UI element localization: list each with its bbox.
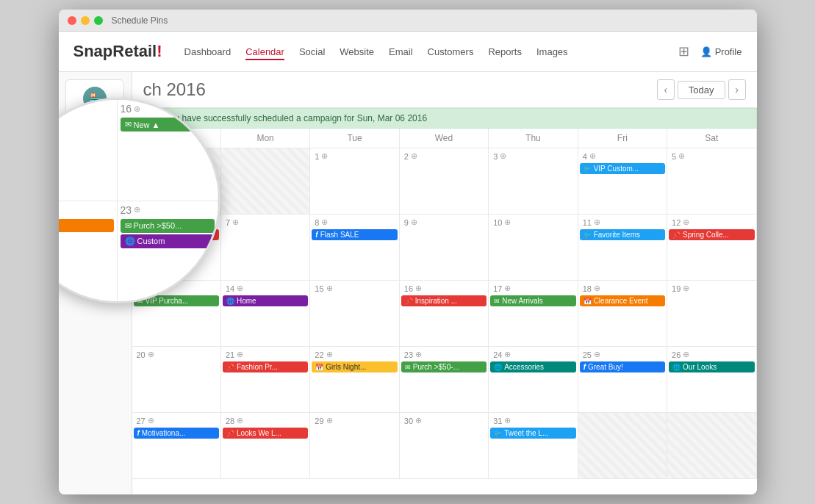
cell-10[interactable]: 10 ⊕ xyxy=(489,215,578,281)
add-event-25[interactable]: ⊕ xyxy=(594,350,600,359)
cell-17[interactable]: 17 ⊕ ✉ New Arrivals xyxy=(489,281,578,347)
event-flash-sale[interactable]: f Flash SALE xyxy=(312,229,397,240)
event-motivational[interactable]: f Motivationa... xyxy=(134,428,219,439)
cell-9[interactable]: 9 ⊕ xyxy=(400,215,489,281)
event-fashion-pr[interactable]: 📌 Fashion Pr... xyxy=(223,361,308,372)
add-event-29[interactable]: ⊕ xyxy=(326,416,333,425)
add-event-28[interactable]: ⊕ xyxy=(237,416,243,425)
cell-25[interactable]: 25 ⊕ f Great Buy! xyxy=(578,347,667,413)
grid-icon[interactable]: ⊞ xyxy=(678,43,689,60)
event-our-looks[interactable]: 🌐 Our Looks xyxy=(669,361,754,372)
cell-5[interactable]: 5 ⊕ xyxy=(667,148,756,215)
cell-1[interactable]: 1 ⊕ xyxy=(310,148,399,215)
cell-22[interactable]: 22 ⊕ 📅 Girls Night... xyxy=(310,347,399,413)
cell-2[interactable]: 2 ⊕ xyxy=(400,148,489,215)
add-event-14[interactable]: ⊕ xyxy=(237,284,243,293)
cell-23[interactable]: 23 ⊕ ✉ Purch >$50-... xyxy=(400,347,489,413)
add-event-31[interactable]: ⊕ xyxy=(504,416,511,425)
minimize-button[interactable] xyxy=(81,16,90,25)
add-event-21[interactable]: ⊕ xyxy=(237,350,243,359)
cell-3[interactable]: 3 ⊕ xyxy=(489,148,578,215)
event-purch-50[interactable]: ✉ Purch >$50-... xyxy=(401,361,487,372)
cell-30[interactable]: 30 ⊕ xyxy=(400,413,489,479)
add-event-8[interactable]: ⊕ xyxy=(321,217,328,227)
event-accessories[interactable]: 🌐 Accessories xyxy=(490,361,575,372)
add-event-10[interactable]: ⊕ xyxy=(504,217,511,227)
event-text: Spring Colle... xyxy=(683,231,729,239)
nav-images[interactable]: Images xyxy=(536,43,568,60)
cell-16[interactable]: 16 ⊕ 📌 Inspiration ... xyxy=(400,281,489,347)
cell-26[interactable]: 26 ⊕ 🌐 Our Looks xyxy=(667,347,756,413)
cell-18[interactable]: 18 ⊕ 📅 Clearance Event xyxy=(578,281,667,347)
add-event-12[interactable]: ⊕ xyxy=(683,217,689,227)
cell-14[interactable]: 14 ⊕ 🌐 Home xyxy=(221,281,310,347)
cell-28[interactable]: 28 ⊕ 📌 Looks We L... xyxy=(221,413,310,479)
add-event-16[interactable]: ⊕ xyxy=(415,284,422,293)
nav-calendar[interactable]: Calendar xyxy=(245,43,284,60)
event-spring-colle[interactable]: 📌 Spring Colle... xyxy=(669,229,754,240)
add-event-3[interactable]: ⊕ xyxy=(500,151,506,161)
event-tweet-l[interactable]: 🐦 Tweet the L... xyxy=(490,428,575,439)
add-event-24[interactable]: ⊕ xyxy=(504,350,511,359)
nav-email[interactable]: Email xyxy=(389,43,413,60)
event-looks-we-l[interactable]: 📌 Looks We L... xyxy=(223,428,308,439)
nav-website[interactable]: Website xyxy=(340,43,374,60)
cell-24[interactable]: 24 ⊕ 🌐 Accessories xyxy=(489,347,578,413)
nav-right: ⊞ 👤 Profile xyxy=(678,43,742,60)
add-event-11[interactable]: ⊕ xyxy=(594,217,600,227)
nav-dashboard[interactable]: Dashboard xyxy=(184,43,231,60)
add-icon-23[interactable]: ⊕ xyxy=(134,205,140,215)
cell-31[interactable]: 31 ⊕ 🐦 Tweet the L... xyxy=(489,413,578,479)
magnify-event-orange[interactable]: ... xyxy=(59,219,114,232)
add-event-19[interactable]: ⊕ xyxy=(683,284,689,293)
add-event-23[interactable]: ⊕ xyxy=(415,350,422,359)
event-new-arrivals[interactable]: ✉ New Arrivals xyxy=(490,295,575,306)
nav-social[interactable]: Social xyxy=(299,43,325,60)
event-text: Inspiration ... xyxy=(415,297,457,305)
prev-month-button[interactable]: ‹ xyxy=(657,79,675,100)
magnify-event-custom[interactable]: 🌐 Custom xyxy=(121,234,215,248)
add-event-17[interactable]: ⊕ xyxy=(504,284,511,293)
add-icon-16[interactable]: ⊕ xyxy=(134,104,140,114)
cell-19[interactable]: 19 ⊕ xyxy=(667,281,756,347)
event-great-buy[interactable]: f Great Buy! xyxy=(580,361,665,372)
cell-20[interactable]: 20 ⊕ xyxy=(132,347,221,413)
event-vip-custom[interactable]: 🐦 VIP Custom... xyxy=(580,163,665,174)
add-event-15[interactable]: ⊕ xyxy=(326,284,333,293)
cell-12[interactable]: 12 ⊕ 📌 Spring Colle... xyxy=(667,215,756,281)
cell-7[interactable]: 7 ⊕ xyxy=(221,215,310,281)
next-month-button[interactable]: › xyxy=(728,79,746,100)
event-clearance[interactable]: 📅 Clearance Event xyxy=(580,295,665,306)
event-girls-night[interactable]: 📅 Girls Night... xyxy=(312,361,397,372)
add-event-5[interactable]: ⊕ xyxy=(678,151,685,161)
nav-customers[interactable]: Customers xyxy=(428,43,474,60)
add-event-30[interactable]: ⊕ xyxy=(415,416,422,425)
profile-link[interactable]: 👤 Profile xyxy=(700,46,742,57)
cell-27[interactable]: 27 ⊕ f Motivationa... xyxy=(132,413,221,479)
cell-11[interactable]: 11 ⊕ 🐦 Favorite Items xyxy=(578,215,667,281)
nav-reports[interactable]: Reports xyxy=(488,43,522,60)
cell-15[interactable]: 15 ⊕ xyxy=(310,281,399,347)
cell-8[interactable]: 8 ⊕ f Flash SALE xyxy=(310,215,399,281)
event-favorite-items[interactable]: 🐦 Favorite Items xyxy=(580,229,665,240)
add-event-20[interactable]: ⊕ xyxy=(148,350,154,359)
today-button[interactable]: Today xyxy=(678,81,725,99)
window-title: Schedule Pins xyxy=(112,15,168,26)
maximize-button[interactable] xyxy=(94,16,103,25)
add-event-2[interactable]: ⊕ xyxy=(411,151,417,161)
add-event-18[interactable]: ⊕ xyxy=(594,284,600,293)
add-event-7[interactable]: ⊕ xyxy=(232,217,239,227)
add-event-1[interactable]: ⊕ xyxy=(321,151,328,161)
cell-4[interactable]: 4 ⊕ 🐦 VIP Custom... xyxy=(578,148,667,215)
add-event-4[interactable]: ⊕ xyxy=(589,151,596,161)
magnify-event-purch[interactable]: ✉ Purch >$50... xyxy=(121,219,215,233)
close-button[interactable] xyxy=(68,16,76,25)
add-event-9[interactable]: ⊕ xyxy=(411,217,417,227)
cell-21[interactable]: 21 ⊕ 📌 Fashion Pr... xyxy=(221,347,310,413)
event-home[interactable]: 🌐 Home xyxy=(223,295,308,306)
add-event-22[interactable]: ⊕ xyxy=(326,350,333,359)
add-event-26[interactable]: ⊕ xyxy=(683,350,689,359)
cell-29[interactable]: 29 ⊕ xyxy=(310,413,399,479)
event-inspiration[interactable]: 📌 Inspiration ... xyxy=(401,295,487,306)
add-event-27[interactable]: ⊕ xyxy=(148,416,154,425)
